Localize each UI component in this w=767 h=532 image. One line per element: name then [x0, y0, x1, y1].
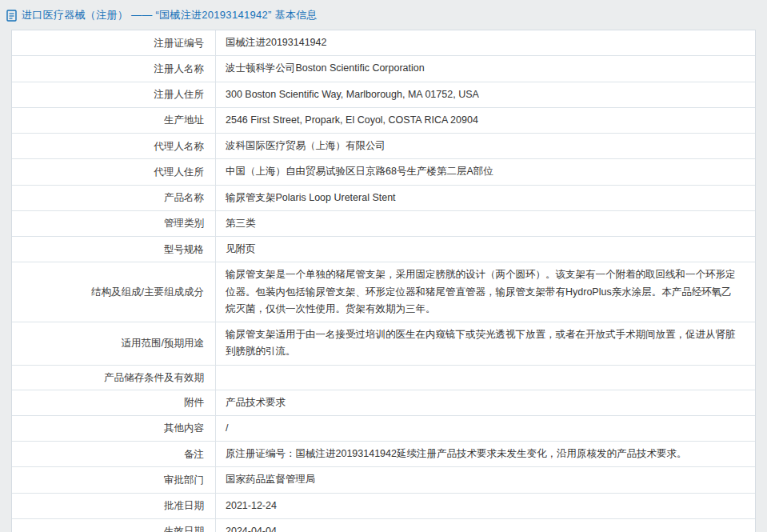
table-row: 管理类别第三类: [12, 211, 755, 237]
row-value: 原注册证编号：国械注进20193141942延续注册产品技术要求未发生变化，沿用…: [216, 442, 755, 466]
row-value: 中国（上海）自由贸易试验区日京路68号生产楼第二层A部位: [216, 159, 755, 184]
table-row: 其他内容/: [12, 416, 755, 442]
table-row: 注册人名称波士顿科学公司Boston Scientific Corporatio…: [12, 56, 755, 82]
table-row: 型号规格见附页: [12, 237, 755, 262]
row-value: 国家药品监督管理局: [216, 467, 755, 492]
row-label-text: 审批部门: [164, 472, 204, 488]
row-label: 生产地址: [12, 108, 216, 133]
row-label-text: 生效日期: [164, 523, 204, 532]
row-label-text: 附件: [184, 394, 204, 410]
page-title: 进口医疗器械（注册） —— “国械注进20193141942” 基本信息: [22, 8, 318, 22]
row-value: 波科国际医疗贸易（上海）有限公司: [216, 134, 755, 158]
row-value: 产品技术要求: [216, 390, 755, 415]
table-row: 备注原注册证编号：国械注进20193141942延续注册产品技术要求未发生变化，…: [12, 442, 755, 467]
row-label: 附件: [12, 390, 216, 415]
table-row: 批准日期2021-12-24: [12, 494, 755, 519]
row-label: 适用范围/预期用途: [12, 322, 216, 365]
row-label-text: 注册人住所: [154, 86, 205, 102]
row-value: 300 Boston Scientific Way, Marlborough, …: [216, 82, 755, 107]
row-value: 2021-12-24: [216, 494, 755, 518]
row-label-text: 代理人名称: [154, 138, 205, 154]
row-label: 生效日期: [12, 519, 216, 532]
document-icon: [6, 10, 17, 22]
row-value: 波士顿科学公司Boston Scientific Corporation: [216, 56, 755, 81]
row-label-text: 型号规格: [164, 242, 204, 258]
row-value: 2024-04-04: [216, 519, 755, 532]
table-row: 结构及组成/主要组成成分输尿管支架是一个单独的猪尾管支架，采用固定膀胱的设计（两…: [12, 262, 755, 322]
row-label-text: 注册证编号: [154, 35, 205, 51]
row-label: 型号规格: [12, 237, 216, 262]
table-row: 产品储存条件及有效期: [12, 366, 755, 390]
table-row: 附件产品技术要求: [12, 390, 755, 416]
row-label-text: 结构及组成/主要组成成分: [91, 284, 204, 300]
table-row: 生产地址2546 First Street, Propark, El Coyol…: [12, 108, 755, 134]
row-label: 代理人住所: [12, 159, 216, 184]
row-label-text: 管理类别: [164, 215, 204, 231]
row-value: 第三类: [216, 211, 755, 236]
row-label: 结构及组成/主要组成成分: [12, 262, 216, 322]
table-row: 代理人住所中国（上海）自由贸易试验区日京路68号生产楼第二层A部位: [12, 159, 755, 185]
row-label-text: 代理人住所: [154, 164, 205, 180]
table-row: 代理人名称波科国际医疗贸易（上海）有限公司: [12, 134, 755, 159]
table-row: 适用范围/预期用途输尿管支架适用于由一名接受过培训的医生在内窥镜下或荧光透视下放…: [12, 322, 755, 366]
table-row: 审批部门国家药品监督管理局: [12, 467, 755, 493]
row-label: 产品名称: [12, 186, 216, 210]
table-row: 注册证编号国械注进20193141942: [12, 30, 755, 56]
row-label: 产品储存条件及有效期: [12, 366, 216, 390]
row-label: 审批部门: [12, 467, 216, 492]
row-label-text: 批准日期: [164, 498, 204, 514]
table-row: 注册人住所300 Boston Scientific Way, Marlboro…: [12, 82, 755, 108]
row-label: 管理类别: [12, 211, 216, 236]
registration-info-table: 注册证编号国械注进20193141942注册人名称波士顿科学公司Boston S…: [11, 30, 756, 532]
row-value: 输尿管支架是一个单独的猪尾管支架，采用固定膀胱的设计（两个圆环）。该支架有一个附…: [216, 262, 755, 322]
row-label: 备注: [12, 442, 216, 466]
row-label-text: 生产地址: [164, 112, 204, 128]
row-label: 注册人住所: [12, 82, 216, 107]
row-value: 见附页: [216, 237, 755, 262]
row-value: 输尿管支架Polaris Loop Ureteral Stent: [216, 186, 755, 210]
row-value: 国械注进20193141942: [216, 30, 755, 55]
page-header: 进口医疗器械（注册） —— “国械注进20193141942” 基本信息: [0, 0, 767, 30]
row-label: 批准日期: [12, 494, 216, 518]
row-label-text: 产品名称: [164, 190, 204, 206]
row-label-text: 备注: [184, 446, 204, 462]
table-row: 产品名称输尿管支架Polaris Loop Ureteral Stent: [12, 186, 755, 211]
row-label: 注册人名称: [12, 56, 216, 81]
row-label: 注册证编号: [12, 30, 216, 55]
row-label: 代理人名称: [12, 134, 216, 158]
row-value: 输尿管支架适用于由一名接受过培训的医生在内窥镜下或荧光透视下放置，或者在开放式手…: [216, 322, 755, 365]
row-value: 2546 First Street, Propark, El Coyol, CO…: [216, 108, 755, 133]
row-value: [216, 366, 755, 390]
row-value: /: [216, 416, 755, 441]
row-label-text: 其他内容: [164, 420, 204, 436]
row-label-text: 注册人名称: [154, 61, 205, 77]
row-label-text: 适用范围/预期用途: [122, 335, 204, 351]
row-label: 其他内容: [12, 416, 216, 441]
table-row: 生效日期2024-04-04: [12, 519, 755, 532]
row-label-text: 产品储存条件及有效期: [104, 370, 204, 386]
